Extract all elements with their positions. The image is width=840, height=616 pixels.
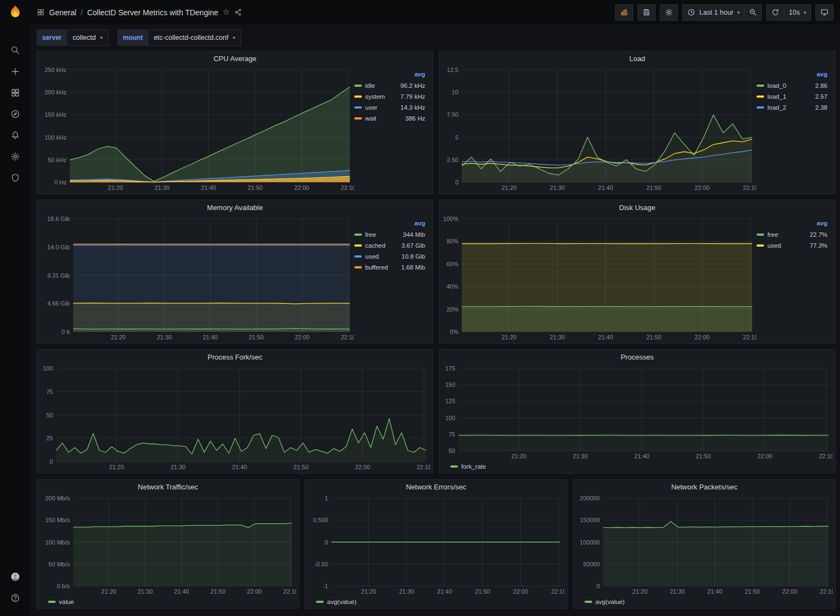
legend-swatch <box>354 244 362 247</box>
variable-mount[interactable]: mount etc-collectd-collectd.conf ▾ <box>117 29 241 46</box>
svg-text:22:00: 22:00 <box>355 464 370 470</box>
legend-series-name[interactable]: value <box>59 599 74 605</box>
dashboard-settings-button[interactable] <box>660 4 678 21</box>
legend-series-name[interactable]: load_2 <box>767 104 787 111</box>
main-area: General / CollectD Server Metrics with T… <box>30 0 840 616</box>
chart[interactable]: -1-0.5000.500121:2021:3021:4021:5022:002… <box>307 494 564 596</box>
panel-header[interactable]: Load <box>439 51 835 65</box>
refresh-button[interactable] <box>766 4 784 21</box>
variable-server-value[interactable]: collectd ▾ <box>67 29 109 46</box>
time-range-button[interactable]: Last 1 hour ▾ <box>682 4 744 21</box>
legend-swatch <box>354 117 362 119</box>
share-icon[interactable] <box>234 8 242 16</box>
panel: CPU Average 0 Hz50 kHz100 kHz150 kHz200 … <box>37 51 433 194</box>
panel: Disk Usage 0%20%40%60%80%100%21:2021:302… <box>439 200 836 344</box>
legend-item: user14.3 kHz <box>354 102 426 113</box>
legend-series-name[interactable]: avg(value) <box>327 599 356 605</box>
svg-text:21:50: 21:50 <box>294 464 309 470</box>
variable-server[interactable]: server collectd ▾ <box>37 29 109 46</box>
svg-text:21:30: 21:30 <box>170 464 186 470</box>
legend-swatch <box>585 601 592 603</box>
svg-text:21:30: 21:30 <box>550 184 565 191</box>
chart[interactable]: 0 b/s50 Mb/s100 Mb/s150 Mb/s200 Mb/s21:2… <box>39 494 296 596</box>
svg-text:22:00: 22:00 <box>757 453 772 459</box>
star-favorite-icon[interactable]: ☆ <box>223 8 230 16</box>
sidebar <box>0 0 30 616</box>
svg-text:150 kHz: 150 kHz <box>45 111 67 118</box>
panel-header[interactable]: Memory Available <box>37 200 433 214</box>
panel-header[interactable]: CPU Average <box>37 51 433 65</box>
search-icon[interactable] <box>0 39 30 61</box>
create-plus-icon[interactable] <box>0 61 30 82</box>
chart[interactable]: 02.5057.501012.521:2021:3021:4021:5022:0… <box>442 65 756 193</box>
legend-series-name[interactable]: used <box>767 242 781 249</box>
svg-text:21:40: 21:40 <box>634 453 650 459</box>
legend-series-name[interactable]: cached <box>365 242 385 249</box>
legend: avgfree22.7%used77.3% <box>756 214 833 342</box>
panel-header[interactable]: Network Errors/sec <box>305 480 567 494</box>
variable-mount-value[interactable]: etc-collectd-collectd.conf ▾ <box>148 29 241 46</box>
legend-swatch <box>756 95 764 98</box>
panel-header[interactable]: Processes <box>439 350 835 364</box>
legend-series-value: 3.67 Gib <box>402 242 425 249</box>
legend-item: fork_rate <box>450 463 486 470</box>
svg-text:22:00: 22:00 <box>782 588 797 595</box>
chevron-down-icon: ▾ <box>233 35 236 40</box>
svg-text:21:40: 21:40 <box>174 588 189 595</box>
legend-swatch <box>756 106 764 109</box>
legend-item: value <box>48 599 74 605</box>
legend-swatch <box>48 601 56 603</box>
svg-text:100 Mb/s: 100 Mb/s <box>45 539 70 546</box>
zoom-out-button[interactable] <box>744 4 762 21</box>
svg-text:-1: -1 <box>323 583 329 589</box>
legend-series-name[interactable]: free <box>365 231 376 238</box>
panel-header[interactable]: Disk Usage <box>439 200 835 214</box>
legend-series-name[interactable]: free <box>767 231 778 238</box>
chevron-down-icon: ▾ <box>737 10 740 15</box>
panel-title: Process Fork/sec <box>207 353 262 361</box>
legend-series-name[interactable]: load_1 <box>767 93 787 100</box>
panel-header[interactable]: Network Packets/sec <box>574 480 835 494</box>
breadcrumb-folder[interactable]: General <box>49 8 76 17</box>
help-icon[interactable] <box>0 587 30 608</box>
legend-item: load_02.86 <box>756 80 829 91</box>
legend-header: avg <box>354 70 426 80</box>
legend-series-name[interactable]: wait <box>365 115 376 122</box>
svg-text:21:50: 21:50 <box>696 453 711 459</box>
cycle-view-mode-button[interactable] <box>815 4 833 21</box>
legend-series-name[interactable]: load_0 <box>767 82 787 89</box>
panel-header[interactable]: Process Fork/sec <box>37 350 433 364</box>
legend-series-name[interactable]: buffered <box>365 264 388 271</box>
chart[interactable]: 025507510021:2021:3021:4021:5022:0022:10 <box>39 364 431 472</box>
panel-header[interactable]: Network Traffic/sec <box>37 480 299 494</box>
chart[interactable]: 0%20%40%60%80%100%21:2021:3021:4021:5022… <box>442 214 756 342</box>
configuration-gear-icon[interactable] <box>0 146 30 167</box>
save-dashboard-button[interactable] <box>638 4 656 21</box>
svg-text:50 kHz: 50 kHz <box>48 157 67 163</box>
panel-title: Load <box>629 55 645 63</box>
legend-series-name[interactable]: system <box>365 93 385 100</box>
svg-text:2.50: 2.50 <box>447 157 458 163</box>
explore-compass-icon[interactable] <box>0 103 30 124</box>
chart[interactable]: 507510012515017521:2021:3021:4021:5022:0… <box>442 364 833 461</box>
user-avatar[interactable] <box>0 566 30 587</box>
alerting-bell-icon[interactable] <box>0 124 30 146</box>
dashboards-icon[interactable] <box>0 82 30 103</box>
legend-series-name[interactable]: fork_rate <box>461 463 486 470</box>
legend-series-name[interactable]: user <box>365 104 377 111</box>
legend-swatch <box>316 601 324 603</box>
legend-series-name[interactable]: used <box>365 253 379 260</box>
svg-text:21:50: 21:50 <box>744 588 760 595</box>
legend-series-name[interactable]: idle <box>365 82 375 89</box>
refresh-interval-button[interactable]: 10s ▾ <box>784 4 811 21</box>
chart[interactable]: 0 b4.66 Gib9.31 Gib14.0 Gib18.6 Gib21:20… <box>39 214 354 342</box>
chart[interactable]: 05000010000015000020000021:2021:3021:402… <box>576 494 833 596</box>
svg-text:9.31 Gib: 9.31 Gib <box>47 272 70 279</box>
grafana-logo[interactable] <box>7 4 23 21</box>
server-admin-shield-icon[interactable] <box>0 167 30 188</box>
chart[interactable]: 0 Hz50 kHz100 kHz150 kHz200 kHz250 kHz21… <box>39 65 354 193</box>
svg-text:22:00: 22:00 <box>247 588 262 595</box>
legend-series-name[interactable]: avg(value) <box>595 599 625 605</box>
add-panel-button[interactable] <box>615 4 633 21</box>
chevron-down-icon: ▾ <box>803 10 806 15</box>
